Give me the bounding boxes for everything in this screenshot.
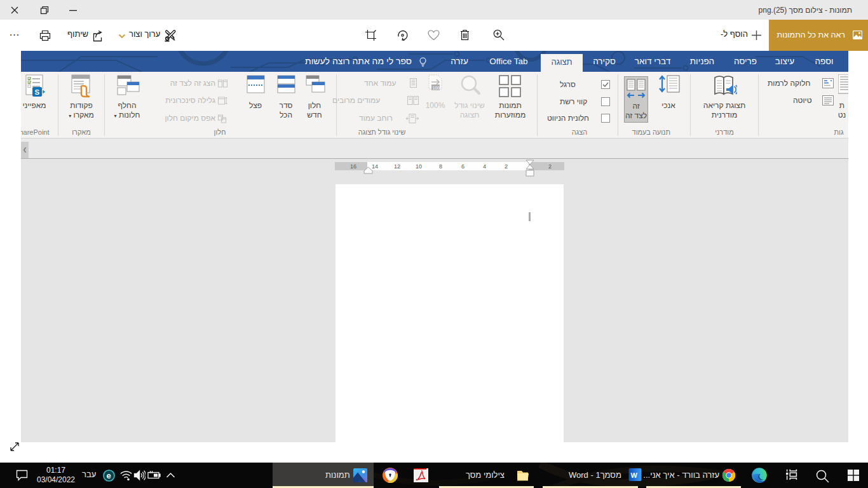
svg-text:e: e (106, 471, 111, 480)
svg-text:S: S (35, 88, 40, 96)
svg-text:100: 100 (433, 86, 440, 90)
svg-text:W: W (630, 471, 637, 479)
